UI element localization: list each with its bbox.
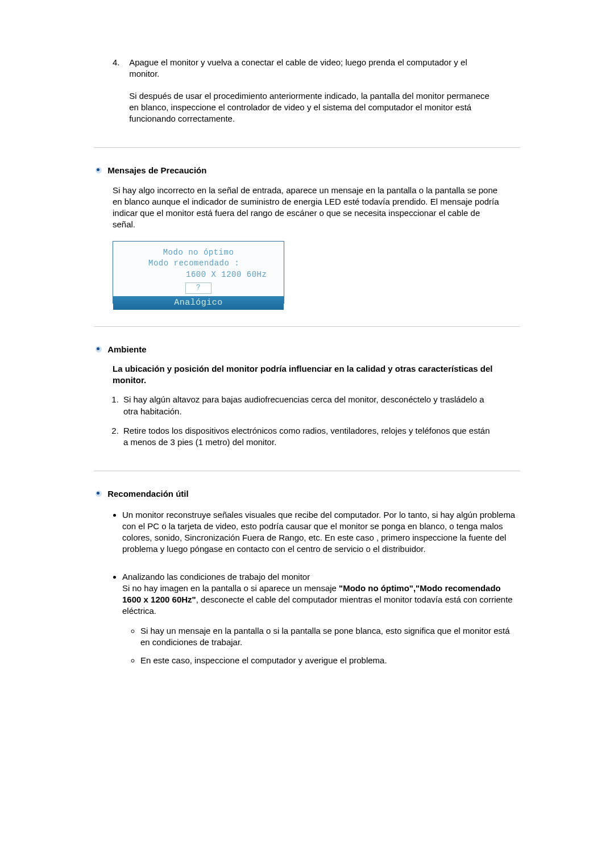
divider: [94, 147, 520, 148]
ambiente-item-2: Retire todos los dispositivos electrónic…: [121, 425, 493, 448]
bullet-icon: [96, 167, 102, 173]
section-recom-head: Recomendación útil: [96, 488, 520, 500]
step-4-line2: Si después de usar el procedimiento ante…: [129, 90, 499, 125]
osd-figure: Modo no óptimo Modo recomendado : 1600 X…: [113, 241, 284, 304]
recom-p2b-pre: Si no hay imagen en la pantalla o si apa…: [122, 583, 339, 593]
precaution-title: Mensajes de Precaución: [107, 165, 206, 175]
precaution-body: Si hay algo incorrecto en la señal de en…: [113, 185, 499, 231]
osd-panel: Modo no óptimo Modo recomendado : 1600 X…: [113, 242, 284, 297]
section-ambiente-head: Ambiente: [96, 344, 520, 355]
ambiente-list: Si hay algún altavoz para bajas audiofre…: [94, 394, 493, 448]
ambiente-intro: La ubicación y posición del monitor podr…: [113, 363, 499, 387]
step-4: 4. Apague el monitor y vuelva a conectar…: [113, 57, 520, 124]
section-precaution-head: Mensajes de Precaución: [96, 165, 520, 176]
recom-sublist: Si hay un mensaje en la pantalla o si la…: [122, 625, 520, 667]
recom-list: Un monitor reconstruye señales visuales …: [94, 509, 520, 667]
osd-bar: Analógico: [113, 296, 284, 310]
recom-sub-1: Si hay un mensaje en la pantalla o si la…: [140, 625, 520, 649]
osd-line2: Modo recomendado :: [113, 258, 284, 269]
recom-item-1: Un monitor reconstruye señales visuales …: [122, 509, 520, 555]
step-4-number: 4.: [113, 57, 127, 68]
recom-title: Recomendación útil: [107, 489, 189, 499]
osd-button: ?: [185, 283, 211, 294]
recom-p2a: Analizando las condiciones de trabajo de…: [122, 572, 310, 582]
ambiente-item-1: Si hay algún altavoz para bajas audiofre…: [121, 394, 493, 417]
bullet-icon: [96, 491, 102, 497]
divider: [94, 326, 520, 327]
ambiente-title: Ambiente: [107, 344, 146, 354]
step-4-text: Apague el monitor y vuelva a conectar el…: [129, 57, 499, 124]
bullet-icon: [96, 346, 102, 352]
osd-line1: Modo no óptimo: [113, 247, 284, 258]
step-4-line1: Apague el monitor y vuelva a conectar el…: [129, 57, 467, 78]
divider: [94, 471, 520, 471]
recom-item-2: Analizando las condiciones de trabajo de…: [122, 571, 520, 667]
osd-line3: 1600 X 1200 60Hz: [113, 269, 284, 280]
recom-sub-2: En este caso, inspeccione el computador …: [140, 655, 520, 666]
